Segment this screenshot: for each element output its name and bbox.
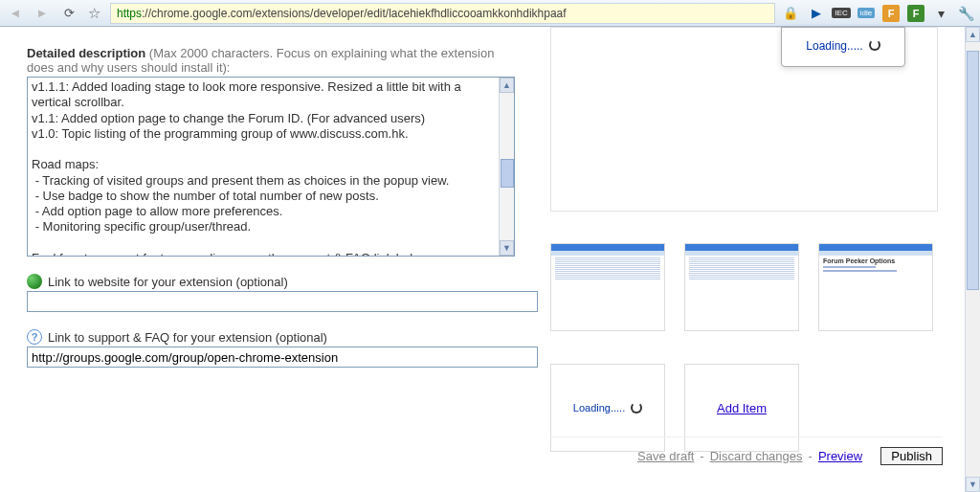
preview-link[interactable]: Preview — [818, 449, 862, 463]
idle-extension-icon[interactable]: idle — [857, 4, 876, 23]
right-column: Loading..... — [550, 27, 952, 452]
bookmark-star-icon[interactable]: ☆ — [88, 5, 100, 22]
url-bar[interactable]: https://chrome.google.com/extensions/dev… — [110, 3, 775, 24]
url-protocol: https — [117, 7, 142, 20]
help-icon: ? — [27, 329, 42, 345]
iec-extension-icon[interactable]: IEC — [832, 4, 851, 23]
screenshot-thumbnail-1[interactable] — [550, 243, 665, 331]
discard-changes-link[interactable]: Discard changes — [710, 449, 803, 463]
description-textarea-wrapper: ▲ ▼ — [27, 77, 515, 257]
faq-link-label: Link to support & FAQ for your extension… — [48, 330, 327, 345]
url-path: ://chrome.google.com/extensions/develope… — [142, 7, 567, 20]
add-item-link[interactable]: Add Item — [717, 401, 767, 415]
lock-icon: 🔒 — [783, 6, 798, 20]
publish-button[interactable]: Publish — [880, 447, 943, 465]
forward-button[interactable]: ► — [31, 3, 54, 24]
reload-button[interactable]: ⟳ — [57, 3, 80, 24]
scroll-down-icon[interactable]: ▼ — [500, 240, 514, 256]
page-content: Detailed description (Max 2000 character… — [0, 27, 965, 492]
website-link-input[interactable] — [27, 291, 538, 312]
page-menu-icon[interactable]: ▾ — [931, 4, 950, 23]
screenshot-thumbnail-2[interactable] — [684, 243, 799, 331]
website-link-row: Link to website for your extension (opti… — [27, 274, 524, 289]
globe-icon — [27, 274, 42, 289]
scroll-thumb[interactable] — [501, 159, 514, 188]
extension-popup-loading: Loading..... — [781, 27, 905, 67]
scroll-down-icon[interactable]: ▼ — [966, 477, 980, 492]
page-scrollbar[interactable]: ▲ ▼ — [965, 27, 980, 492]
forum-extension-green-icon[interactable]: F — [906, 4, 925, 23]
browser-toolbar: ◄ ► ⟳ ☆ https://chrome.google.com/extens… — [0, 0, 980, 27]
detailed-description-label: Detailed description (Max 2000 character… — [27, 46, 524, 75]
save-draft-link[interactable]: Save draft — [637, 449, 694, 463]
forum-extension-orange-icon[interactable]: F — [881, 4, 901, 23]
back-button[interactable]: ◄ — [4, 3, 27, 24]
popup-loading-text: Loading..... — [806, 39, 862, 53]
spinner-icon — [631, 402, 642, 414]
screenshot-row-1: Forum Peeker Options — [550, 243, 952, 331]
scroll-thumb[interactable] — [967, 51, 979, 290]
scroll-up-icon[interactable]: ▲ — [500, 78, 514, 93]
faq-link-input[interactable] — [27, 347, 538, 368]
scroll-up-icon[interactable]: ▲ — [966, 27, 980, 42]
website-link-label: Link to website for your extension (opti… — [48, 275, 288, 289]
left-column: Detailed description (Max 2000 character… — [27, 46, 524, 368]
wrench-icon[interactable]: 🔧 — [956, 4, 975, 23]
description-textarea[interactable] — [28, 78, 501, 256]
play-icon[interactable]: ▶ — [807, 4, 826, 23]
spinner-icon — [869, 39, 880, 51]
screenshot-thumbnail-3[interactable]: Forum Peeker Options — [818, 243, 933, 331]
textarea-scrollbar[interactable]: ▲ ▼ — [499, 78, 514, 256]
action-bar: Save draft - Discard changes - Preview P… — [550, 436, 943, 465]
faq-link-row: ? Link to support & FAQ for your extensi… — [27, 329, 524, 345]
